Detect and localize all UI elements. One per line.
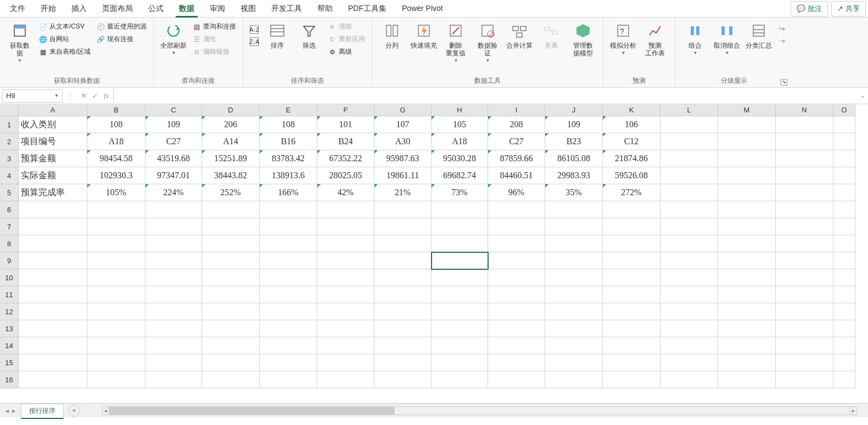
row-header-3[interactable]: 3 xyxy=(0,150,19,167)
col-header-B[interactable]: B xyxy=(87,104,145,116)
cell-A10[interactable] xyxy=(19,269,87,286)
refresh-all-button[interactable]: 全部刷新 ▼ xyxy=(158,20,189,56)
cell-B6[interactable] xyxy=(87,201,145,218)
cell-I11[interactable] xyxy=(488,286,545,303)
row-header-13[interactable]: 13 xyxy=(0,320,19,337)
cell-M5[interactable] xyxy=(718,184,776,201)
cell-E12[interactable] xyxy=(260,303,317,320)
cell-O15[interactable] xyxy=(833,354,855,371)
cell-A8[interactable] xyxy=(19,235,87,252)
cell-H6[interactable] xyxy=(432,201,488,218)
cell-O11[interactable] xyxy=(833,286,855,303)
cell-D11[interactable] xyxy=(202,286,260,303)
cell-M1[interactable] xyxy=(718,116,776,133)
cell-O10[interactable] xyxy=(833,269,855,286)
menu-tab-视图[interactable]: 视图 xyxy=(233,1,264,17)
cell-N3[interactable] xyxy=(776,150,833,167)
comments-button[interactable]: 💬 批注 xyxy=(791,1,828,16)
menu-tab-页面布局[interactable]: 页面布局 xyxy=(94,1,141,17)
cell-N16[interactable] xyxy=(776,371,833,388)
cell-A12[interactable] xyxy=(19,303,87,320)
row-header-14[interactable]: 14 xyxy=(0,337,19,354)
cell-F16[interactable] xyxy=(317,371,374,388)
cell-N7[interactable] xyxy=(776,218,833,235)
cell-A11[interactable] xyxy=(19,286,87,303)
col-header-D[interactable]: D xyxy=(202,104,260,116)
cell-C5[interactable]: 224% xyxy=(145,184,202,201)
cell-A9[interactable] xyxy=(19,252,87,269)
cell-H7[interactable] xyxy=(432,218,488,235)
menu-tab-开发工具[interactable]: 开发工具 xyxy=(264,1,310,17)
scroll-right-button[interactable]: ▸ xyxy=(850,407,856,415)
formula-input[interactable] xyxy=(114,89,857,103)
cell-J12[interactable] xyxy=(545,303,603,320)
col-header-K[interactable]: K xyxy=(603,104,660,116)
cell-H14[interactable] xyxy=(432,337,488,354)
cell-J9[interactable] xyxy=(545,252,603,269)
cell-E8[interactable] xyxy=(260,235,317,252)
cell-K6[interactable] xyxy=(603,201,660,218)
cell-C4[interactable]: 97347.01 xyxy=(145,167,202,184)
cell-B3[interactable]: 98454.58 xyxy=(87,150,145,167)
cell-K14[interactable] xyxy=(603,337,660,354)
col-header-N[interactable]: N xyxy=(776,104,833,116)
cell-A13[interactable] xyxy=(19,320,87,337)
cell-I15[interactable] xyxy=(488,354,545,371)
cell-C13[interactable] xyxy=(145,320,202,337)
cell-I2[interactable]: C27 xyxy=(488,133,545,150)
cell-L1[interactable] xyxy=(660,116,718,133)
cell-E7[interactable] xyxy=(260,218,317,235)
chevron-down-icon[interactable]: ▼ xyxy=(54,93,59,98)
cell-M9[interactable] xyxy=(718,252,776,269)
sort-button[interactable]: 排序 xyxy=(262,20,293,50)
row-header-7[interactable]: 7 xyxy=(0,218,19,235)
cell-B16[interactable] xyxy=(87,371,145,388)
cell-D5[interactable]: 252% xyxy=(202,184,260,201)
cell-L11[interactable] xyxy=(660,286,718,303)
cell-J4[interactable]: 29983.93 xyxy=(545,167,603,184)
cell-L4[interactable] xyxy=(660,167,718,184)
cell-A6[interactable] xyxy=(19,201,87,218)
cell-D6[interactable] xyxy=(202,201,260,218)
cell-A5[interactable]: 预算完成率 xyxy=(19,184,87,201)
row-header-4[interactable]: 4 xyxy=(0,167,19,184)
cell-L5[interactable] xyxy=(660,184,718,201)
cell-K2[interactable]: C12 xyxy=(603,133,660,150)
existing-conn-button[interactable]: 🔗现有连接 xyxy=(94,33,149,45)
cell-I6[interactable] xyxy=(488,201,545,218)
cell-G12[interactable] xyxy=(374,303,432,320)
cell-D9[interactable] xyxy=(202,252,260,269)
cell-N13[interactable] xyxy=(776,320,833,337)
cell-I4[interactable]: 84460.51 xyxy=(488,167,545,184)
filter-button[interactable]: 筛选 xyxy=(294,20,324,50)
cell-M2[interactable] xyxy=(718,133,776,150)
cell-E3[interactable]: 83783.42 xyxy=(260,150,317,167)
group-rows-button[interactable]: 组合▼ xyxy=(680,20,710,56)
cell-F2[interactable]: B24 xyxy=(317,133,374,150)
sheet-last-button[interactable]: ▸ xyxy=(11,407,16,415)
remove-dup-button[interactable]: 删除 重复值▼ xyxy=(440,20,471,64)
cell-N6[interactable] xyxy=(776,201,833,218)
cell-K12[interactable] xyxy=(603,303,660,320)
queries-conn-button[interactable]: ▤查询和连接 xyxy=(190,21,238,32)
cell-N4[interactable] xyxy=(776,167,833,184)
cell-D4[interactable]: 38443.82 xyxy=(202,167,260,184)
row-header-1[interactable]: 1 xyxy=(0,116,19,133)
cell-L12[interactable] xyxy=(660,303,718,320)
cell-H3[interactable]: 95030.28 xyxy=(432,150,488,167)
col-header-J[interactable]: J xyxy=(545,104,603,116)
cell-N9[interactable] xyxy=(776,252,833,269)
cell-O2[interactable] xyxy=(833,133,855,150)
cell-C10[interactable] xyxy=(145,269,202,286)
cell-H16[interactable] xyxy=(432,371,488,388)
cell-G9[interactable] xyxy=(374,252,432,269)
row-header-16[interactable]: 16 xyxy=(0,371,19,388)
cell-O3[interactable] xyxy=(833,150,855,167)
cell-M12[interactable] xyxy=(718,303,776,320)
cell-D3[interactable]: 15251.89 xyxy=(202,150,260,167)
cell-C6[interactable] xyxy=(145,201,202,218)
cell-C1[interactable]: 109 xyxy=(145,116,202,133)
cell-H13[interactable] xyxy=(432,320,488,337)
subtotal-button[interactable]: 分类汇总 xyxy=(743,20,774,50)
cell-K15[interactable] xyxy=(603,354,660,371)
